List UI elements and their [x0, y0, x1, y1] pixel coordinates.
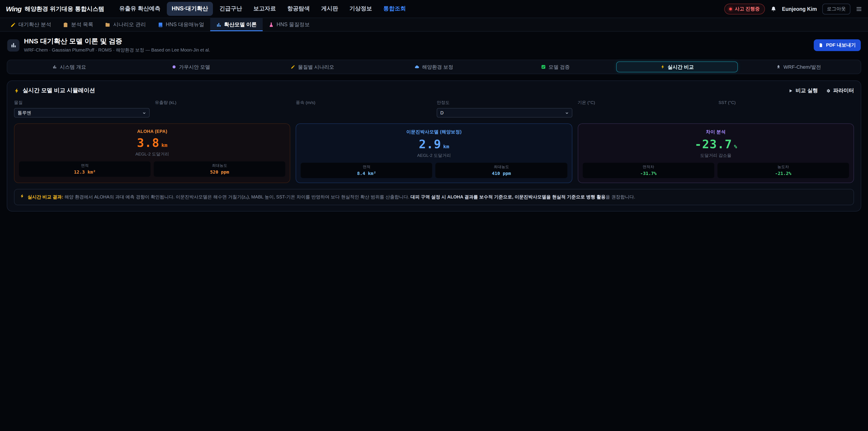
comparison-result-note: 실시간 비교 결과: 해양 환경에서 ALOHA의 과대 예측 경향이 확인됩니… — [14, 189, 854, 205]
subtab-hns-response-manual[interactable]: HNS 대응매뉴얼 — [152, 18, 210, 31]
tab-realtime-comparison[interactable]: 실시간 비교 — [616, 61, 738, 72]
nav-item-aerial-search[interactable]: 항공탐색 — [282, 2, 315, 16]
tab-substance-scenarios[interactable]: 물질별 시나리오 — [252, 61, 373, 72]
subtab-analysis-list[interactable]: 분석 목록 — [57, 18, 99, 31]
subtab-hns-substance-info[interactable]: HNS 물질정보 — [263, 18, 316, 31]
pencil-icon — [10, 22, 16, 27]
subtab-label: 확산모델 이론 — [224, 21, 256, 28]
nav-item-weather-info[interactable]: 기상정보 — [344, 2, 377, 16]
card-stats: 면적차 -31.7% 농도차 -21.2% — [583, 163, 849, 178]
stat-label: 면적 — [19, 163, 151, 168]
stat-value: -31.7% — [583, 171, 714, 176]
subtab-scenario-management[interactable]: 시나리오 관리 — [99, 18, 152, 31]
control-label: 유출량 (kL) — [155, 100, 290, 106]
brand[interactable]: Wing 해양환경 위기대응 통합시스템 — [6, 5, 104, 13]
rocket-icon — [776, 65, 781, 69]
stat-label: 면적차 — [583, 164, 714, 170]
flask-icon — [269, 22, 274, 27]
air-temp-input[interactable] — [578, 109, 713, 117]
nav-item-oil-spill[interactable]: 유출유 확산예측 — [114, 2, 165, 16]
incident-dot-icon — [730, 7, 732, 10]
stat-label: 면적 — [301, 164, 432, 170]
aloha-result-card: ALOHA (EPA) 3.8km AEGL-2 도달거리 면적 12.3 km… — [14, 123, 290, 183]
subtab-diffusion-model-theory[interactable]: 확산모델 이론 — [210, 18, 262, 31]
difference-analysis-card: 차이 분석 -23.7% 도달거리 감소율 면적차 -31.7% 농도차 -21… — [578, 123, 854, 183]
model-chart-icon — [7, 39, 20, 51]
bell-icon[interactable] — [770, 6, 776, 12]
card-value: 2.9km — [301, 137, 567, 151]
sub-navigation: 대기확산 분석 분석 목록 시나리오 관리 HNS 대응매뉴얼 확산모델 이론 … — [0, 18, 868, 32]
stat-label: 최대농도 — [154, 163, 285, 168]
card-title: 이문진박사모델 (해양보정) — [301, 129, 567, 135]
app-root: Wing 해양환경 위기대응 통합시스템 유출유 확산예측 HNS·대기확산 긴… — [0, 0, 868, 431]
value: 2.9 — [419, 137, 441, 151]
control-air-temp: 기온 (°C) — [578, 100, 713, 118]
value: 3.8 — [137, 136, 160, 150]
tab-gaussian-model[interactable]: 가우시안 모델 — [130, 61, 252, 72]
card-stats: 면적 12.3 km² 최대농도 520 ppm — [19, 161, 285, 177]
section-tabs: 시스템 개요 가우시안 모델 물질별 시나리오 해양환경 보정 모델 검증 실시… — [7, 60, 861, 74]
stat-area-diff: 면적차 -31.7% — [583, 163, 714, 178]
subtab-label: HNS 대응매뉴얼 — [166, 21, 204, 28]
bolt-icon — [14, 88, 20, 93]
tab-label: 물질별 시나리오 — [298, 63, 334, 70]
stat-area: 면적 12.3 km² — [19, 161, 151, 177]
panel-title-label: 실시간 모델 비교 시뮬레이션 — [23, 87, 95, 94]
stat-value: 520 ppm — [154, 170, 285, 175]
value-unit: km — [443, 144, 450, 150]
tab-label: 모델 검증 — [549, 63, 570, 70]
incident-status-badge[interactable]: 사고 진행중 — [724, 3, 765, 14]
tab-ocean-correction[interactable]: 해양환경 보정 — [373, 61, 495, 72]
card-caption: AEGL-2 도달거리 — [19, 151, 285, 157]
pdf-export-label: PDF 내보내기 — [826, 42, 856, 49]
check-icon — [541, 65, 546, 69]
page-subtitle: WRF-Chem · Gaussian Plume/Puff · ROMS · … — [24, 47, 210, 53]
logout-button[interactable]: 로그아웃 — [822, 3, 850, 14]
page-title: HNS 대기확산 모델 이론 및 검증 — [24, 37, 210, 45]
subtab-atmospheric-analysis[interactable]: 대기확산 분석 — [4, 18, 57, 31]
card-stats: 면적 8.4 km² 최대농도 410 ppm — [301, 163, 567, 178]
nav-item-emergency-rescue[interactable]: 긴급구난 — [215, 2, 247, 16]
chevron-down-icon — [565, 111, 568, 115]
substance-select-value: 톨루엔 — [18, 110, 31, 116]
tab-model-validation[interactable]: 모델 검증 — [495, 61, 616, 72]
gear-icon — [826, 88, 831, 93]
bar-chart-icon — [53, 65, 57, 69]
user-name[interactable]: Eunjeong Kim — [782, 6, 817, 11]
pdf-export-button[interactable]: PDF 내보내기 — [814, 39, 861, 51]
stat-value: 8.4 km² — [301, 171, 432, 176]
parameters-button[interactable]: 파라미터 — [826, 87, 854, 94]
substance-select[interactable]: 톨루엔 — [14, 108, 149, 118]
value: -23.7 — [694, 137, 733, 151]
control-label: 물질 — [14, 100, 149, 106]
stat-value: 12.3 km² — [19, 170, 151, 175]
document-icon — [819, 43, 823, 48]
stability-select[interactable]: D — [437, 108, 572, 118]
tab-system-overview[interactable]: 시스템 개요 — [8, 61, 130, 72]
control-stability: 안정도 D — [437, 100, 572, 118]
cloud-icon — [415, 65, 419, 69]
sst-input[interactable] — [719, 107, 854, 116]
realtime-comparison-panel: 실시간 모델 비교 시뮬레이션 비교 실행 파라미터 물질 톨루엔 — [7, 81, 861, 211]
menu-icon[interactable] — [856, 6, 862, 12]
tab-label: 시스템 개요 — [60, 63, 86, 70]
note-body-2: 을 권장합니다. — [606, 194, 635, 199]
note-prefix: 실시간 비교 결과: — [28, 194, 63, 199]
card-value: -23.7% — [583, 137, 849, 151]
clipboard-icon — [63, 22, 68, 27]
tab-label: 가우시안 모델 — [179, 63, 210, 70]
control-label: SST (°C) — [719, 100, 854, 105]
app-title: 해양환경 위기대응 통합시스템 — [25, 5, 104, 13]
folder-icon — [105, 22, 111, 27]
chevron-down-icon — [142, 111, 146, 115]
nav-item-board[interactable]: 게시판 — [316, 2, 343, 16]
panel-title: 실시간 모델 비교 시뮬레이션 — [14, 87, 95, 94]
book-icon — [158, 22, 163, 27]
wind-speed-input[interactable] — [296, 109, 431, 117]
tab-wrf-chem[interactable]: WRF-Chem/발전 — [738, 61, 860, 72]
nav-item-reports[interactable]: 보고자료 — [248, 2, 281, 16]
nav-item-integrated-search[interactable]: 통합조회 — [378, 2, 411, 16]
nav-item-hns-atmospheric[interactable]: HNS·대기확산 — [167, 2, 213, 16]
run-comparison-button[interactable]: 비교 실행 — [788, 87, 818, 94]
spill-amount-input[interactable] — [155, 109, 290, 117]
